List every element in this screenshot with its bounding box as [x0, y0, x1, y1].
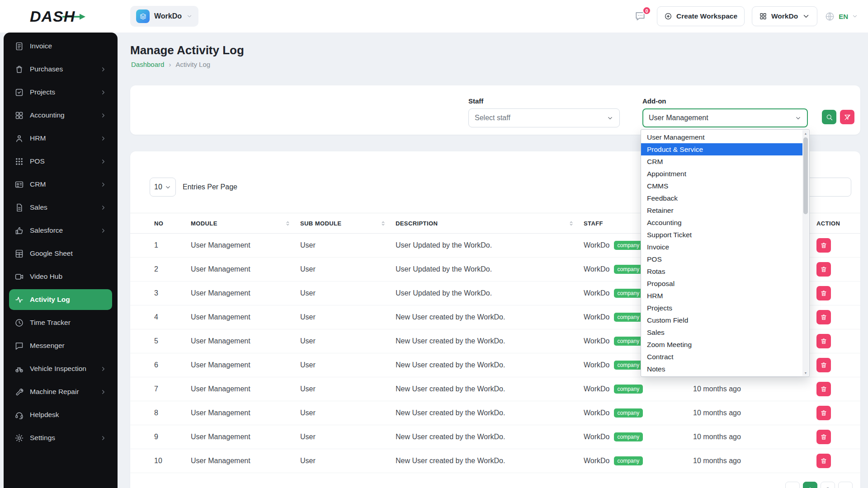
addon-filter-label: Add-on [642, 97, 808, 105]
create-workspace-button[interactable]: Create Workspace [657, 6, 745, 26]
cell-no: 10 [130, 449, 191, 473]
staff-name: WorkDo [584, 457, 610, 465]
staff-name: WorkDo [584, 409, 610, 417]
app-logo[interactable]: DASH [30, 8, 75, 25]
sidebar-item-video-hub[interactable]: Video Hub [9, 266, 112, 287]
delete-button[interactable] [816, 358, 831, 372]
dropdown-scrollbar[interactable]: ▲ ▼ [802, 130, 809, 376]
sales-icon [14, 203, 24, 212]
trash-icon [820, 409, 827, 417]
delete-button[interactable] [816, 310, 831, 324]
addon-option[interactable]: POS [641, 253, 802, 265]
addon-option[interactable]: Appointment [641, 168, 802, 180]
addon-option[interactable]: User Management [641, 131, 802, 143]
addon-select[interactable]: User Management [642, 108, 808, 127]
addon-option[interactable]: Support Ticket [641, 229, 802, 241]
messages-count-badge: 0 [642, 6, 651, 15]
column-header-sub-module[interactable]: SUB MODULE [300, 213, 396, 234]
pagination-page-2[interactable]: 2 [821, 482, 835, 488]
search-icon [826, 113, 833, 121]
column-header-description[interactable]: DESCRIPTION [396, 213, 584, 234]
globe-icon [825, 11, 835, 22]
sidebar-item-hrm[interactable]: HRM [9, 128, 112, 149]
invoice-icon [14, 42, 24, 51]
sidebar-item-vehicle-inspection[interactable]: Vehicle Inspection [9, 358, 112, 379]
cell-module: User Management [191, 425, 300, 449]
sidebar-item-accounting[interactable]: Accounting [9, 105, 112, 126]
staff-select[interactable]: Select staff [468, 108, 620, 127]
company-badge: company [614, 456, 643, 465]
addon-option[interactable]: CRM [641, 155, 802, 168]
staff-name: WorkDo [584, 385, 610, 393]
sidebar-item-crm[interactable]: CRM [9, 174, 112, 195]
entries-per-page-select[interactable]: 10 [150, 178, 176, 197]
sidebar-item-google-sheet[interactable]: Google Sheet [9, 243, 112, 264]
pagination-page-1[interactable]: 1 [803, 482, 817, 488]
staff-name: WorkDo [584, 337, 610, 345]
sidebar-item-label: Google Sheet [30, 249, 73, 258]
delete-button[interactable] [816, 262, 831, 277]
addon-option[interactable]: Projects [641, 302, 802, 314]
entries-per-page-label: Entries Per Page [183, 183, 237, 191]
cell-description: New User created by the WorkDo. [396, 353, 584, 377]
messages-button[interactable]: 0 [631, 7, 650, 26]
workdo-menu-button[interactable]: WorkDo [752, 6, 817, 26]
pagination-prev[interactable]: ‹ [785, 482, 800, 488]
addon-option[interactable]: Product & Service [641, 143, 802, 155]
create-workspace-label: Create Workspace [676, 12, 737, 20]
sidebar-item-messenger[interactable]: Messenger [9, 335, 112, 356]
sidebar-item-invoice[interactable]: Invoice [9, 36, 112, 56]
cell-action [816, 234, 860, 258]
addon-option[interactable]: Retainer [641, 204, 802, 216]
language-selector[interactable]: EN [825, 11, 858, 22]
breadcrumb-dashboard-link[interactable]: Dashboard [131, 61, 164, 68]
addon-option[interactable]: Proposal [641, 277, 802, 290]
delete-button[interactable] [816, 430, 831, 444]
addon-option[interactable]: Notes [641, 363, 802, 375]
addon-option[interactable]: HRM [641, 290, 802, 302]
delete-button[interactable] [816, 334, 831, 348]
apply-filter-button[interactable] [822, 110, 836, 124]
sidebar-item-helpdesk[interactable]: Helpdesk [9, 404, 112, 425]
scrollbar-thumb[interactable] [803, 137, 808, 214]
sidebar-item-activity-log[interactable]: Activity Log [9, 289, 112, 310]
addon-option[interactable]: Custom Field [641, 314, 802, 326]
column-header-module[interactable]: MODULE [191, 213, 300, 234]
sidebar-item-pos[interactable]: POS [9, 151, 112, 172]
reset-filter-button[interactable] [840, 110, 854, 124]
language-label: EN [839, 13, 848, 20]
addon-option[interactable]: CMMS [641, 180, 802, 192]
cell-action [816, 305, 860, 329]
page-title: Manage Activity Log [130, 43, 244, 57]
addon-option[interactable]: Feedback [641, 192, 802, 204]
sidebar-item-projects[interactable]: Projects [9, 82, 112, 103]
chevron-right-icon [100, 181, 107, 188]
sidebar-item-purchases[interactable]: Purchases [9, 59, 112, 80]
delete-button[interactable] [816, 406, 831, 420]
delete-button[interactable] [816, 382, 831, 396]
addon-option[interactable]: Sales [641, 326, 802, 338]
table-row: 9User ManagementUserNew User created by … [130, 425, 860, 449]
addon-option[interactable]: Accounting [641, 216, 802, 229]
sidebar-item-sales[interactable]: Sales [9, 197, 112, 218]
accounting-icon [14, 111, 24, 120]
sidebar-item-salesforce[interactable]: Salesforce [9, 220, 112, 241]
workspace-switcher[interactable]: WorkDo [130, 6, 198, 27]
delete-button[interactable] [816, 238, 831, 253]
addon-option[interactable]: Rotas [641, 265, 802, 277]
sidebar-item-settings[interactable]: Settings [9, 427, 112, 448]
addon-option[interactable]: Zoom Meeting [641, 338, 802, 351]
scrollbar-down-arrow[interactable]: ▼ [802, 370, 809, 376]
delete-button[interactable] [816, 454, 831, 468]
sidebar-item-machine-repair[interactable]: Machine Repair [9, 381, 112, 402]
addon-option[interactable]: Contract [641, 351, 802, 363]
company-badge: company [614, 289, 643, 298]
scrollbar-up-arrow[interactable]: ▲ [802, 130, 809, 136]
cell-description: User Updated by the WorkDo. [396, 234, 584, 258]
sidebar-item-time-tracker[interactable]: Time Tracker [9, 312, 112, 333]
pagination-next[interactable]: › [838, 482, 853, 488]
delete-button[interactable] [816, 286, 831, 300]
company-badge: company [614, 432, 643, 441]
addon-option[interactable]: Invoice [641, 241, 802, 253]
staff-name: WorkDo [584, 241, 610, 249]
